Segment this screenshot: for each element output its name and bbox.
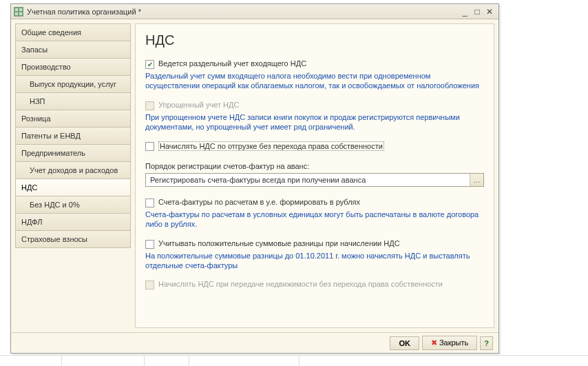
sidebar-item-insurance[interactable]: Страховые взносы: [15, 230, 131, 248]
window-title: Учетная политика организаций *: [27, 8, 141, 16]
sidebar-item-label: Патенты и ЕНВД: [21, 132, 81, 140]
dialog-window: Учетная политика организаций * _ □ ✕ Общ…: [10, 3, 499, 354]
positive-diff-desc: На положительные суммовые разницы до 01.…: [145, 251, 484, 271]
close-button[interactable]: ✕: [483, 6, 496, 17]
help-button[interactable]: ?: [480, 336, 493, 350]
sidebar-item-stock[interactable]: Запасы: [15, 41, 131, 58]
invoices-rub-desc: Счета-фактуры по расчетам в условных еди…: [145, 210, 484, 230]
sidebar-item-no-nds[interactable]: Без НДС и 0%: [15, 196, 131, 213]
status-strip: [0, 355, 588, 366]
sidebar-item-output[interactable]: Выпуск продукции, услуг: [15, 75, 131, 92]
sidebar-item-income[interactable]: Учет доходов и расходов: [15, 161, 131, 179]
separate-accounting-label: Ведется раздельный учет входящего НДС: [158, 59, 306, 68]
ok-button[interactable]: OK: [390, 336, 419, 350]
sidebar-item-label: Общие сведения: [21, 28, 81, 37]
sidebar-item-nds[interactable]: НДС: [15, 179, 131, 196]
advance-select-button[interactable]: …: [470, 174, 483, 186]
invoices-rub-checkbox[interactable]: [145, 199, 154, 207]
separate-accounting-desc: Раздельный учет сумм входящего налога не…: [145, 71, 484, 91]
on-shipment-label: Начислять НДС по отгрузке без перехода п…: [158, 141, 384, 151]
sidebar-item-label: Страховые взносы: [21, 235, 87, 243]
sidebar-item-label: Запасы: [21, 45, 48, 54]
simplified-label: Упрощенный учет НДС: [158, 101, 239, 109]
sidebar-item-label: Розница: [21, 114, 51, 123]
close-dialog-button[interactable]: ✖Закрыть: [422, 336, 477, 350]
ok-button-label: OK: [399, 339, 410, 347]
positive-diff-label: Учитывать положительные суммовые разницы…: [158, 239, 400, 247]
sidebar-item-patents[interactable]: Патенты и ЕНВД: [15, 127, 131, 144]
page-heading: НДС: [145, 32, 484, 48]
on-shipment-checkbox[interactable]: [145, 142, 154, 151]
sidebar-item-entrepreneur[interactable]: Предприниматель: [15, 144, 131, 161]
sidebar-item-label: НЗП: [30, 97, 45, 105]
advance-label: Порядок регистрации счетов-фактур на ава…: [145, 162, 484, 170]
sidebar-item-label: Предприниматель: [21, 149, 85, 157]
sidebar-item-production[interactable]: Производство: [15, 58, 131, 75]
realty-checkbox: [145, 281, 154, 289]
footer: OK ✖Закрыть ?: [11, 332, 498, 353]
advance-select[interactable]: Регистрировать счета-фактуры всегда при …: [145, 173, 484, 187]
sidebar-item-general[interactable]: Общие сведения: [15, 23, 131, 41]
app-icon: [14, 7, 23, 17]
invoices-rub-label: Счета-фактуры по расчетам в у.е. формиро…: [158, 198, 360, 206]
sidebar: Общие сведения Запасы Производство Выпус…: [15, 23, 131, 328]
sidebar-item-label: Производство: [21, 63, 71, 71]
sidebar-item-retail[interactable]: Розница: [15, 110, 131, 127]
realty-label: Начислять НДС при передаче недвижимости …: [158, 280, 443, 288]
simplified-desc: При упрощенном учете НДС записи книги по…: [145, 112, 484, 132]
sidebar-item-label: Без НДС и 0%: [30, 201, 80, 209]
sidebar-item-label: НДС: [21, 183, 37, 192]
positive-diff-checkbox[interactable]: [145, 240, 154, 249]
sidebar-item-label: НДФЛ: [21, 218, 42, 226]
minimize-button[interactable]: _: [459, 6, 471, 17]
simplified-checkbox: [145, 101, 154, 110]
sidebar-item-ndfl[interactable]: НДФЛ: [15, 213, 131, 230]
advance-select-value: Регистрировать счета-фактуры всегда при …: [146, 174, 470, 186]
content-panel: НДС ✔ Ведется раздельный учет входящего …: [135, 23, 494, 328]
close-icon: ✖: [431, 338, 437, 347]
title-bar: Учетная политика организаций * _ □ ✕: [11, 4, 498, 19]
maximize-button[interactable]: □: [471, 6, 483, 17]
sidebar-item-nzp[interactable]: НЗП: [15, 92, 131, 110]
separate-accounting-checkbox[interactable]: ✔: [145, 60, 154, 69]
help-icon: ?: [484, 339, 489, 347]
close-button-label: Закрыть: [439, 338, 468, 347]
sidebar-item-label: Учет доходов и расходов: [30, 166, 118, 174]
sidebar-item-label: Выпуск продукции, услуг: [30, 80, 116, 88]
